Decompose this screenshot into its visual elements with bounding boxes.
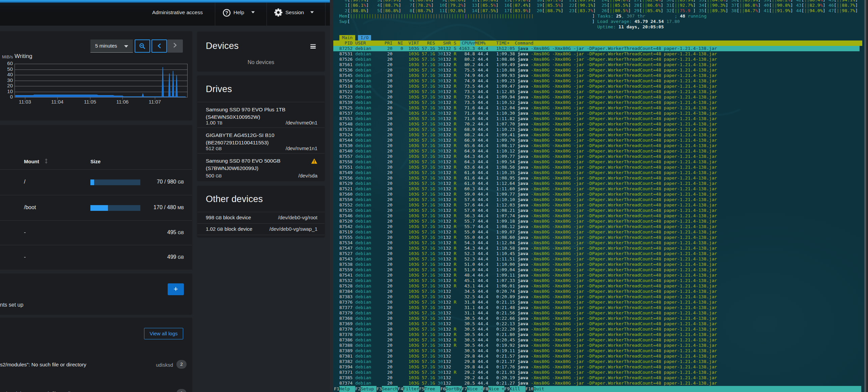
process-row[interactable]: 87558 debian 20 103G 57.1G 30132 R 64.3 … (334, 159, 717, 165)
process-row[interactable]: 87376 debian 20 103G 57.1G 30132 R 31.8 … (334, 300, 717, 305)
process-row[interactable]: 87557 debian 20 103G 57.1G 30132 R 64.3 … (334, 154, 717, 159)
other-device-row[interactable]: 1.02 GB block device/dev/deb0-vg/swap_1 (197, 223, 325, 235)
process-row[interactable]: 87554 debian 20 103G 57.1G 30132 R 74.9 … (334, 78, 717, 84)
process-row[interactable]: 87532 debian 20 103G 57.1G 30132 R 45.1 … (334, 278, 717, 283)
mount-point[interactable]: - (24, 229, 26, 235)
mount-point[interactable]: /boot (24, 204, 36, 211)
process-row[interactable]: 87379 debian 20 103G 57.1G 30132 31.1 44… (334, 310, 717, 316)
process-row[interactable]: 87544 debian 20 103G 57.1G 30132 R 66.9 … (334, 138, 717, 143)
process-row[interactable]: 87555 debian 20 103G 57.1G 30132 R 55.0 … (334, 235, 717, 240)
zoom-out-button[interactable] (135, 39, 150, 53)
drive-name[interactable]: Samsung SSD 870 EVO 500GB (S7BWNJ0W62009… (206, 157, 304, 172)
process-row[interactable]: 87522 debian 20 103G 57.1G 30132 R 73.5 … (334, 89, 717, 94)
process-row[interactable]: 87252 debian 20 0 103G 57.1G 30132 S 416… (334, 46, 717, 51)
mount-point[interactable]: / (24, 179, 25, 185)
masthead-accent-bar (0, 0, 330, 3)
process-row[interactable]: 87559 debian 20 103G 57.1G 30132 R 51.0 … (334, 267, 717, 273)
cpu-meter: 6[|86.8%] (404, 0, 434, 3)
htop-function-bar[interactable]: F1Help F2Setup F3SearchF4FilterF5Tree F6… (334, 386, 868, 392)
process-row[interactable]: 87543 debian 20 103G 57.1G 30132 R 52.3 … (334, 256, 717, 262)
column-header-mount[interactable]: Mount (24, 159, 39, 164)
process-row[interactable]: 87526 debian 20 103G 57.1G 30132 R 80.2 … (334, 57, 717, 62)
process-row[interactable]: 87545 debian 20 103G 57.1G 30132 R 74.9 … (334, 73, 717, 78)
process-row[interactable]: 87394 debian 20 103G 57.1G 30132 29.8 44… (334, 364, 717, 370)
process-row[interactable]: 87560 debian 20 103G 57.1G 30132 R 59.0 … (334, 192, 717, 197)
drive-name[interactable]: GIGABYTE AG4512G-SI B10 (BE2607291D11004… (206, 132, 304, 146)
process-row[interactable]: 87368 debian 20 103G 57.1G 30132 30.5 44… (334, 316, 717, 321)
process-row[interactable]: 87549 debian 20 103G 57.1G 30132 R 61.6 … (334, 170, 717, 175)
process-row[interactable]: 87382 debian 20 103G 57.1G 30132 29.8 44… (334, 359, 717, 364)
htop-table-header[interactable]: PID USER PRI NI VIRT RES SHR S CPU%▽MEM%… (334, 40, 533, 46)
process-row[interactable]: 87525 debian 20 103G 57.1G 30132 R 71.6 … (334, 105, 717, 111)
process-row[interactable]: 87541 debian 20 103G 57.1G 30132 R 48.4 … (334, 273, 717, 278)
pan-right-button[interactable] (167, 39, 183, 53)
process-row[interactable]: 87388 debian 20 103G 57.1G 30132 R 30.5 … (334, 343, 717, 348)
process-row[interactable]: 87529 debian 20 103G 57.1G 30132 R 61.0 … (334, 181, 717, 186)
session-menu[interactable]: Session (285, 9, 304, 16)
process-row[interactable]: 87540 debian 20 103G 57.1G 30132 R 64.9 … (334, 148, 717, 154)
drive-item[interactable]: Samsung SSD 870 EVO 500GB (S7BWNJ0W62009… (197, 153, 325, 180)
process-row[interactable]: 87539 debian 20 103G 57.1G 30132 R 73.5 … (334, 100, 717, 105)
htop-tab-io[interactable]: I/O (358, 35, 371, 40)
drive-name[interactable]: Samsung SSD 970 EVO Plus 1TB (S4EWNS0X10… (206, 106, 304, 121)
mount-point[interactable]: - (24, 254, 26, 260)
process-row[interactable]: 87377 debian 20 103G 57.1G 30132 31.1 44… (334, 305, 717, 310)
process-row[interactable]: 87521 debian 20 103G 57.1G 30132 R 60.3 … (334, 186, 717, 192)
drive-item[interactable]: Samsung SSD 970 EVO Plus 1TB (S4EWNS0X10… (197, 102, 325, 128)
process-row[interactable]: 87538 debian 20 103G 57.1G 30132 R 51.0 … (334, 262, 717, 267)
cpu-meter: 8[|88.7%] (404, 8, 434, 13)
help-menu[interactable]: Help (233, 9, 244, 16)
process-row[interactable]: 87519 debian 20 103G 57.1G 30132 R 55.0 … (334, 229, 717, 235)
process-row[interactable]: 87547 debian 20 103G 57.1G 30132 R 54.3 … (334, 246, 717, 251)
devices-title: Devices (206, 41, 239, 51)
process-row[interactable]: 87520 debian 20 103G 57.1G 30132 R 55.7 … (334, 219, 717, 224)
htop-tab-main[interactable]: Main (339, 35, 355, 40)
process-row[interactable]: 87374 debian 20 103G 57.1G 30132 28.5 44… (334, 381, 717, 386)
terminal-window[interactable]: 0[|90.7%] 3[|89.9%] 6[|86.8%] 9[|86.6%] … (333, 0, 868, 392)
process-row[interactable]: 87556 debian 20 103G 57.1G 30132 R 61.6 … (334, 175, 717, 181)
process-row[interactable]: 87553 debian 20 103G 57.1G 30132 R 71.6 … (334, 116, 717, 121)
add-nfs-button[interactable]: + (168, 283, 184, 295)
process-row[interactable]: 87534 debian 20 103G 57.1G 30132 R 54.3 … (334, 240, 717, 246)
process-row[interactable]: 87530 debian 20 103G 57.1G 30132 R 65.6 … (334, 143, 717, 148)
process-row[interactable]: 87518 debian 20 103G 57.1G 30132 R 73.5 … (334, 84, 717, 89)
process-row[interactable]: 87551 debian 20 103G 57.1G 30132 R 63.6 … (334, 165, 717, 170)
process-row[interactable]: 87523 debian 20 103G 57.1G 30132 R 73.5 … (334, 94, 717, 100)
process-row[interactable]: 87527 debian 20 103G 57.1G 30132 R 52.3 … (334, 251, 717, 256)
terminal-scrollbar[interactable] (864, 0, 866, 392)
view-all-logs-button[interactable]: View all logs (144, 328, 183, 339)
process-row[interactable]: 87550 debian 20 103G 57.1G 30132 R 57.6 … (334, 197, 717, 202)
devices-empty-text: No devices (197, 59, 325, 65)
other-device-row[interactable]: 998 GB block device/dev/deb0-vg/root (197, 212, 325, 223)
administrative-access-button[interactable]: Administrative access (152, 9, 203, 16)
sort-icon[interactable] (45, 158, 48, 164)
process-row[interactable]: 87528 debian 20 103G 57.1G 30132 R 43.1 … (334, 283, 717, 289)
process-row[interactable]: 87383 debian 20 103G 57.1G 30132 32.5 44… (334, 294, 717, 300)
process-row[interactable]: 87386 debian 20 103G 57.1G 30132 R 30.5 … (334, 337, 717, 343)
process-row[interactable]: 87552 debian 20 103G 57.1G 30132 R 57.6 … (334, 202, 717, 208)
process-row[interactable]: 87536 debian 20 103G 57.1G 30132 R 75.5 … (334, 67, 717, 73)
process-row[interactable]: 87531 debian 20 103G 57.1G 30132 R 84.8 … (334, 51, 717, 57)
process-row[interactable]: 87561 debian 20 103G 57.1G 30132 R 80.2 … (334, 62, 717, 67)
log-row[interactable]: s2/modules”: No such file or directoryud… (0, 352, 192, 379)
process-row[interactable]: 87381 debian 20 103G 57.1G 30132 29.8 44… (334, 354, 717, 359)
process-row[interactable]: 87533 debian 20 103G 57.1G 30132 R 68.9 … (334, 127, 717, 132)
time-range-select[interactable]: 5 minutes (90, 39, 133, 53)
process-row[interactable]: 87524 debian 20 103G 57.1G 30132 R 68.2 … (334, 132, 717, 138)
menu-bars-icon[interactable] (310, 44, 316, 49)
process-row[interactable]: 87389 debian 20 103G 57.1G 30132 30.5 44… (334, 348, 717, 354)
process-row[interactable]: 87384 debian 20 103G 57.1G 30132 34.5 44… (334, 289, 717, 294)
process-row[interactable]: 87378 debian 20 103G 57.1G 30132 R 30.5 … (334, 332, 717, 337)
process-row[interactable]: 87546 debian 20 103G 57.1G 30132 R 56.3 … (334, 213, 717, 219)
process-row[interactable]: 87370 debian 20 103G 57.1G 30132 R 30.5 … (334, 327, 717, 332)
process-row[interactable]: 87371 debian 20 103G 57.1G 30132 R 29.2 … (334, 370, 717, 375)
process-row[interactable]: 87535 debian 20 103G 57.1G 30132 R 57.0 … (334, 208, 717, 213)
drive-item[interactable]: GIGABYTE AG4512G-SI B10 (BE2607291D11004… (197, 128, 325, 153)
process-row[interactable]: 87542 debian 20 103G 57.1G 30132 R 55.7 … (334, 224, 717, 229)
process-row[interactable]: 87548 debian 20 103G 57.1G 30132 R 70.2 … (334, 121, 717, 127)
process-row[interactable]: 87537 debian 20 103G 57.1G 30132 R 71.6 … (334, 111, 717, 116)
log-row[interactable]: s2/modules”: No such file or directoryud… (0, 381, 192, 392)
process-row[interactable]: 87385 debian 20 103G 57.1G 30132 29.2 44… (334, 375, 717, 381)
process-row[interactable]: 87369 debian 20 103G 57.1G 30132 30.5 44… (334, 321, 717, 327)
pan-left-button[interactable] (151, 39, 167, 53)
